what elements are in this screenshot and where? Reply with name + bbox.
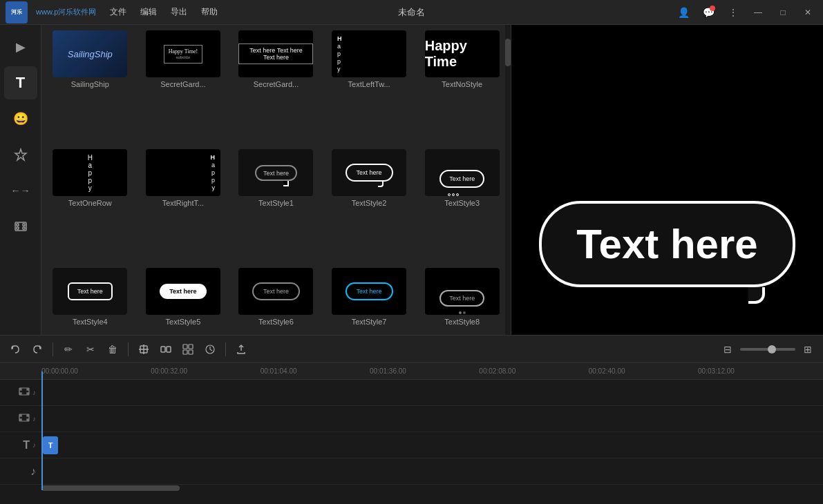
svg-rect-36 [27, 419, 28, 420]
style-thumb-textlefttw: H a p p y [332, 30, 406, 77]
menu-export[interactable]: 导出 [165, 3, 193, 21]
notification-badge [710, 6, 715, 11]
style-thumb-textstyle3: Text here [425, 149, 500, 196]
style-item-textrighttw[interactable]: H a p p y TextRightT... [138, 146, 229, 264]
style-label-textstyle7: TextStyle7 [326, 318, 413, 326]
cut-button[interactable]: ✂ [81, 340, 100, 359]
app-title: 未命名 [398, 6, 425, 19]
menu-help[interactable]: 帮助 [196, 3, 223, 21]
clock-button[interactable] [200, 340, 220, 359]
style-label-textlefttw: TextLeftTw... [326, 80, 413, 88]
preview-speech-bubble: Text here [539, 201, 795, 287]
menu-file[interactable]: 文件 [104, 3, 132, 21]
style-label-textstyle8: TextStyle8 [419, 318, 505, 326]
zoom-thumb [768, 345, 776, 353]
minimize-button[interactable]: — [748, 3, 768, 22]
svg-rect-22 [183, 350, 187, 354]
ruler-mark-4: 00:02:08.00 [479, 367, 515, 375]
sidebar-item-film[interactable] [4, 210, 37, 243]
zoom-in-button[interactable]: ⊞ [798, 340, 817, 359]
sidebar-item-video[interactable]: ▶ [4, 30, 37, 64]
export-button[interactable] [231, 340, 251, 359]
style-label-textstyle1: TextStyle1 [233, 199, 319, 207]
track-sub-1: ♪ [32, 389, 36, 396]
style-thumb-textstyle1: Text here [238, 149, 313, 196]
maximize-button[interactable]: □ [773, 3, 793, 22]
ruler-mark-3: 00:01:36.00 [370, 367, 406, 375]
style-thumb-textstyle4: Text here [53, 268, 127, 315]
style-thumb-textstyle7: Text here [332, 268, 406, 315]
ruler-mark-6: 00:03:12.00 [698, 367, 735, 375]
zoom-slider[interactable] [740, 348, 795, 351]
track-content-video-1[interactable] [41, 380, 823, 405]
grid-button[interactable] [178, 340, 198, 359]
svg-rect-34 [20, 419, 21, 420]
track-content-audio[interactable] [41, 458, 823, 484]
style-label-textstyle2: TextStyle2 [326, 199, 413, 207]
toolbar-sep-3 [225, 342, 226, 356]
track-audio: ♪ [0, 458, 823, 485]
sidebar-item-sticker[interactable] [4, 138, 37, 171]
text-track-icon: T [23, 439, 30, 452]
svg-rect-33 [20, 415, 21, 416]
style-item-textstyle2[interactable]: Text here TextStyle2 [323, 146, 415, 264]
track-label-text: T ♪ [0, 439, 41, 452]
scrollbar-horizontal[interactable] [0, 485, 823, 492]
redo-button[interactable] [28, 340, 47, 359]
svg-rect-19 [167, 347, 171, 352]
delete-button[interactable]: 🗑 [103, 340, 122, 359]
menu-bar: 文件 编辑 导出 帮助 [104, 3, 223, 21]
style-item-sailingship[interactable]: SailingShip SailingShip [44, 28, 136, 145]
sidebar-item-mask[interactable]: 😀 [4, 102, 37, 135]
svg-rect-35 [27, 415, 28, 416]
track-content-text[interactable]: T [41, 432, 823, 458]
watermark: www.p河乐软件网 [36, 7, 96, 17]
style-label-textrighttw: TextRightT... [140, 199, 227, 207]
zoom-controls: ⊟ ⊞ [718, 340, 817, 359]
svg-rect-23 [189, 350, 193, 354]
undo-button[interactable] [6, 340, 25, 359]
svg-rect-30 [27, 389, 28, 390]
sidebar-item-transition[interactable]: ←→ [4, 174, 37, 207]
titlebar: 河乐 www.p河乐软件网 文件 编辑 导出 帮助 未命名 👤 💬 ⋮ — □ … [0, 0, 823, 25]
edit-toolbar: ✏ ✂ 🗑 [0, 336, 823, 363]
user-icon[interactable]: 👤 [674, 3, 693, 22]
timeline-ruler: 00:00:00.00 00:00:32.00 00:01:04.00 00:0… [0, 363, 823, 380]
zoom-out-button[interactable]: ⊟ [718, 340, 737, 359]
style-item-secretgard2[interactable]: Text here Text here Text here SecretGard… [230, 28, 322, 145]
split-button[interactable] [156, 340, 176, 359]
pen-button[interactable]: ✏ [59, 340, 78, 359]
style-thumb-sailingship: SailingShip [53, 30, 127, 77]
style-item-textlefttw[interactable]: H a p p y TextLeftTw... [323, 28, 415, 145]
svg-rect-29 [20, 393, 21, 394]
style-thumb-textstyle8: Text here [425, 268, 500, 315]
style-item-secretgard1[interactable]: Happy Time!subtitle SecretGard... [138, 28, 229, 145]
scrollbar-thumb-horizontal[interactable] [41, 485, 180, 491]
audio-track-icon: ♪ [30, 465, 36, 478]
style-label-textnostyle: TextNoStyle [419, 80, 505, 88]
track-content-video-2[interactable] [41, 406, 823, 432]
svg-rect-28 [20, 389, 21, 390]
close-button[interactable]: ✕ [798, 3, 817, 22]
message-icon[interactable]: 💬 [699, 3, 718, 22]
svg-rect-2 [17, 227, 19, 229]
titlebar-left: 河乐 www.p河乐软件网 文件 编辑 导出 帮助 [6, 1, 223, 23]
message-icon-wrap: 💬 [699, 3, 718, 22]
crop-button[interactable] [134, 340, 153, 359]
style-thumb-textonerow: H a p p y [53, 149, 127, 196]
style-item-textnostyle[interactable]: Happy Time TextNoStyle [416, 28, 508, 145]
style-label-textstyle6: TextStyle6 [233, 318, 319, 326]
style-item-textonerow[interactable]: H a p p y TextOneRow [44, 146, 136, 264]
svg-rect-1 [17, 224, 19, 226]
style-item-textstyle1[interactable]: Text here TextStyle1 [230, 146, 322, 264]
sidebar-item-text[interactable]: T [4, 66, 37, 99]
style-item-textstyle3[interactable]: Text here TextStyle3 [416, 146, 508, 264]
svg-line-26 [210, 349, 212, 351]
track-label-audio: ♪ [0, 465, 41, 478]
track-label-video-2: ♪ [0, 412, 41, 425]
style-label-textstyle5: TextStyle5 [140, 318, 227, 326]
text-clip[interactable]: T [43, 436, 58, 454]
menu-edit[interactable]: 编辑 [135, 3, 162, 21]
more-options-icon[interactable]: ⋮ [723, 3, 743, 22]
style-thumb-textnostyle: Happy Time [425, 30, 500, 77]
